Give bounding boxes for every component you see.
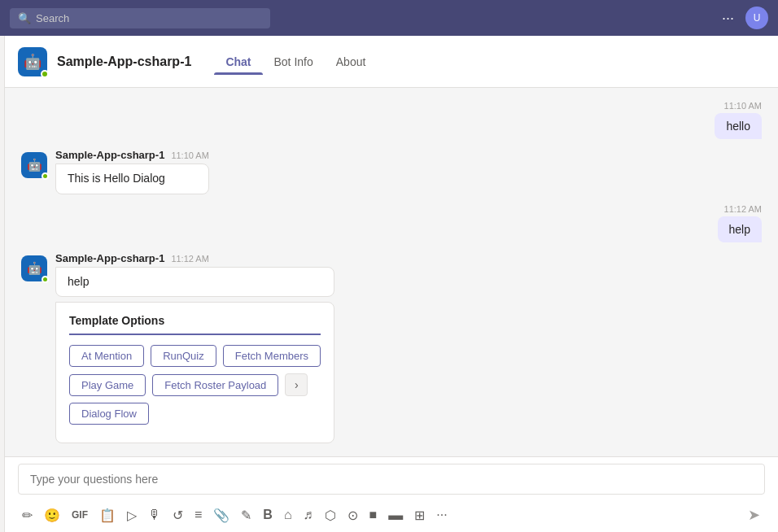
tab-bot-info[interactable]: Bot Info (263, 49, 325, 75)
bot-msg-time-2: 11:12 AM (171, 254, 208, 264)
template-buttons-row-3: Dialog Flow (69, 403, 321, 425)
hex-icon[interactable]: ⬡ (321, 504, 340, 526)
bot-msg-avatar-1: 🤖 (21, 152, 47, 178)
send-button[interactable]: ➤ (743, 503, 765, 527)
home-icon[interactable]: ⌂ (280, 504, 296, 525)
audio-icon[interactable]: 🎙 (144, 504, 165, 525)
message-bot-2: 🤖 Sample-App-csharp-1 11:12 AM help Temp… (21, 252, 762, 444)
pencil-icon[interactable]: ✎ (237, 504, 256, 526)
messages-area: 11:10 AM hello 🤖 Sample-App-csharp-1 11:… (5, 88, 778, 456)
chat-window: 🤖 Sample-App-csharp-1 Chat Bot Info Abou… (5, 36, 778, 532)
chat-tabs: Chat Bot Info About (214, 49, 377, 75)
bot-bubble-1: This is Hello Dialog (55, 164, 209, 194)
btn-fetch-members[interactable]: Fetch Members (223, 345, 321, 367)
input-area: ✏ 🙂 GIF 📋 ▷ 🎙 ↺ ≡ 📎 ✎ B ⌂ ♬ ⬡ ⊙ ■ ▬ ⊞ ··… (5, 456, 778, 532)
emoji-icon[interactable]: 🙂 (40, 504, 64, 526)
bot-msg-content-2: Sample-App-csharp-1 11:12 AM help Templa… (55, 252, 334, 444)
message-input[interactable] (18, 464, 765, 495)
bot-msg-name-1: Sample-App-csharp-1 (55, 149, 164, 161)
template-card-title: Template Options (69, 314, 321, 335)
bold-icon[interactable]: B (259, 504, 277, 525)
bot-msg-avatar-2: 🤖 (21, 255, 47, 281)
chat-header: 🤖 Sample-App-csharp-1 Chat Bot Info Abou… (5, 36, 778, 88)
bot-avatar: 🤖 (18, 47, 47, 76)
bot-avatar-icon: 🤖 (24, 53, 42, 71)
square-icon[interactable]: ■ (365, 504, 382, 525)
bubble-wrapper-2: 11:12 AM help (718, 204, 762, 242)
options-icon[interactable]: ≡ (190, 504, 206, 525)
bot-status-dot (41, 70, 49, 78)
user-bubble-1: hello (715, 113, 762, 139)
github-icon[interactable]: ⊙ (343, 504, 362, 526)
main-content: 🤖 Sample-App-csharp-1 Chat Bot Info Abou… (0, 36, 778, 532)
more-options-button[interactable]: ··· (717, 7, 739, 30)
format-icon[interactable]: ✏ (18, 504, 37, 526)
bot-avatar-icon-1: 🤖 (27, 158, 42, 172)
btn-run-quiz[interactable]: RunQuiz (151, 345, 216, 367)
template-card: Template Options At Mention RunQuiz Fetc… (55, 302, 334, 443)
message-user-2: 11:12 AM help (21, 204, 762, 242)
bot-msg-time-1: 11:10 AM (171, 150, 208, 160)
bot-msg-meta-2: Sample-App-csharp-1 11:12 AM (55, 252, 334, 264)
bubble-wrapper-1: 11:10 AM hello (715, 101, 762, 139)
user-bubble-2: help (718, 216, 762, 242)
top-bar: 🔍 ··· U (0, 0, 778, 36)
search-icon: 🔍 (18, 12, 31, 24)
bot-msg-content-1: Sample-App-csharp-1 11:10 AM This is Hel… (55, 149, 209, 194)
music-icon[interactable]: ♬ (299, 504, 317, 525)
search-input[interactable] (36, 12, 262, 24)
apps-icon[interactable]: ⊞ (410, 504, 429, 526)
template-buttons-row-1: At Mention RunQuiz Fetch Members (69, 345, 321, 367)
template-buttons-row-2: Play Game Fetch Roster Payload › (69, 373, 321, 396)
btn-play-game[interactable]: Play Game (69, 374, 146, 396)
gif-icon[interactable]: GIF (68, 506, 92, 524)
timestamp-2: 11:12 AM (724, 204, 762, 214)
tab-chat[interactable]: Chat (214, 49, 262, 75)
timestamp-1: 11:10 AM (724, 101, 762, 111)
bot-msg-status-1 (42, 172, 49, 180)
sticker-icon[interactable]: 📋 (95, 504, 120, 526)
bot-name: Sample-App-csharp-1 (57, 55, 191, 69)
bot-msg-name-2: Sample-App-csharp-1 (55, 252, 164, 264)
attach-icon[interactable]: 📎 (209, 504, 234, 526)
bot-msg-meta-1: Sample-App-csharp-1 11:10 AM (55, 149, 209, 161)
toolbar-row: ✏ 🙂 GIF 📋 ▷ 🎙 ↺ ≡ 📎 ✎ B ⌂ ♬ ⬡ ⊙ ■ ▬ ⊞ ··… (18, 501, 765, 529)
message-bot-1: 🤖 Sample-App-csharp-1 11:10 AM This is H… (21, 149, 762, 194)
btn-fetch-roster[interactable]: Fetch Roster Payload (152, 374, 278, 396)
top-bar-right: ··· U (717, 7, 768, 30)
btn-at-mention[interactable]: At Mention (69, 345, 144, 367)
tab-about[interactable]: About (325, 49, 378, 75)
more-toolbar-icon[interactable]: ··· (432, 504, 451, 525)
btn-dialog-flow[interactable]: Dialog Flow (69, 403, 149, 425)
bot-bubble-2: help (55, 267, 334, 298)
rect-icon[interactable]: ▬ (384, 504, 407, 527)
arrow-right-button[interactable]: › (285, 373, 308, 396)
bot-msg-status-2 (42, 276, 49, 283)
avatar[interactable]: U (745, 7, 768, 29)
meet-icon[interactable]: ▷ (123, 504, 141, 526)
search-box[interactable]: 🔍 (10, 8, 270, 28)
bot-avatar-icon-2: 🤖 (27, 261, 42, 276)
message-user-1: 11:10 AM hello (21, 101, 762, 139)
loop-icon[interactable]: ↺ (168, 504, 187, 526)
